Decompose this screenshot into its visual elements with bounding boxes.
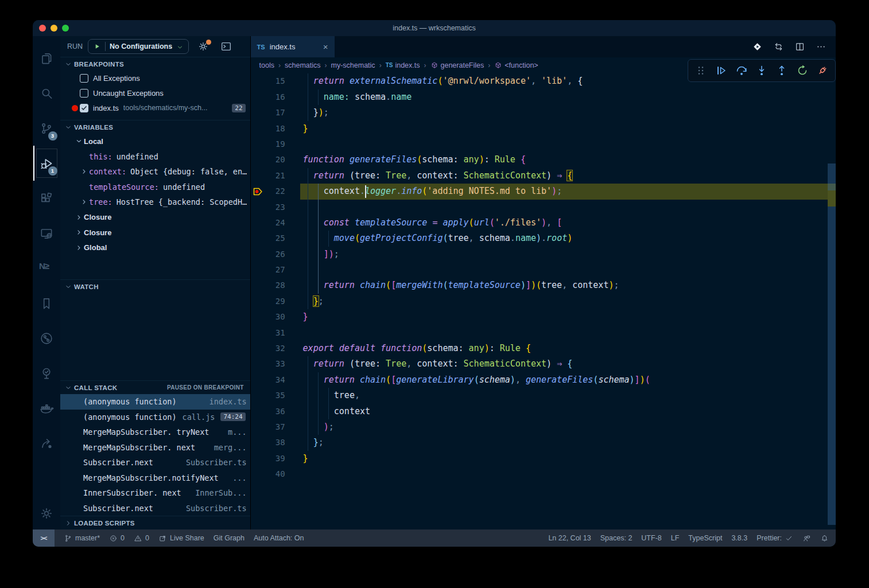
cursor-position[interactable]: Ln 22, Col 13 <box>548 534 591 542</box>
breadcrumb-item[interactable]: TSindex.ts <box>386 61 420 69</box>
code-line-21[interactable]: 21return (tree: Tree, context: Schematic… <box>251 168 828 184</box>
debug-settings-button[interactable] <box>197 41 209 52</box>
code-line-23[interactable]: 23 <box>251 200 828 215</box>
warnings[interactable]: 0 <box>134 534 149 543</box>
compare-changes[interactable] <box>773 41 784 52</box>
feedback[interactable] <box>802 534 811 543</box>
code-line-17[interactable]: 17}); <box>251 105 828 120</box>
code-line-22[interactable]: 22context.logger.info('adding NOTES.md t… <box>251 184 828 199</box>
call-stack-frame[interactable]: MergeMapSubscriber.notifyNext... <box>60 470 250 486</box>
notifications[interactable] <box>820 534 829 543</box>
code-line-19[interactable]: 19 <box>251 137 828 152</box>
breadcrumb-item[interactable]: tools <box>259 61 274 69</box>
scope-row[interactable]: Global <box>60 240 250 256</box>
breadcrumb-item[interactable]: generateFiles <box>430 61 484 69</box>
step-out-button[interactable] <box>775 64 789 77</box>
live-share[interactable]: Live Share <box>158 534 204 543</box>
activity-explorer[interactable] <box>33 41 60 76</box>
code-line-39[interactable]: 39} <box>251 451 828 466</box>
debug-console-button[interactable] <box>220 40 232 53</box>
continue-button[interactable] <box>714 64 728 77</box>
code-line-38[interactable]: 38}; <box>251 435 828 450</box>
breadcrumb-item[interactable]: my-schematic <box>331 61 375 69</box>
remote-indicator[interactable]: >< <box>33 529 55 547</box>
git-graph-status[interactable]: Git Graph <box>214 534 245 542</box>
titlebar[interactable]: index.ts — wrkschematics <box>33 20 836 36</box>
code-line-37[interactable]: 37); <box>251 419 828 435</box>
prettier[interactable]: Prettier: <box>757 534 793 543</box>
scope-row[interactable]: Closure <box>60 225 250 240</box>
breakpoint-row[interactable]: All Exceptions <box>60 71 250 85</box>
activity-bookmarks[interactable] <box>33 286 60 321</box>
breakpoint-checkbox[interactable] <box>80 74 88 83</box>
activity-search[interactable] <box>33 76 60 111</box>
call-stack-frame[interactable]: InnerSubscriber._nextInnerSub... <box>60 485 250 501</box>
activity-todo-tree[interactable] <box>33 356 60 391</box>
tab-close-icon[interactable]: × <box>323 42 328 52</box>
close-button[interactable] <box>39 25 46 32</box>
debug-config-dropdown[interactable]: No Configurations <box>88 39 189 54</box>
encoding[interactable]: UTF-8 <box>641 534 661 542</box>
activity-nx-console[interactable]: N≥ <box>33 251 60 286</box>
code-editor[interactable]: 14function generateLibrary(schema: any):… <box>251 73 836 529</box>
code-line-28[interactable]: 28return chain([mergeWith(templateSource… <box>251 278 828 293</box>
call-stack-frame[interactable]: MergeMapSubscriber._tryNextm... <box>60 425 250 440</box>
scope-row[interactable]: Closure <box>60 210 250 225</box>
indentation[interactable]: Spaces: 2 <box>600 534 633 542</box>
language-mode[interactable]: TypeScript <box>688 534 722 542</box>
variable-row[interactable]: context:Object {debug: false, en… <box>60 164 250 180</box>
variable-row[interactable]: templateSource:undefined <box>60 180 250 195</box>
activity-extensions[interactable] <box>33 181 60 216</box>
breakpoint-row[interactable]: index.tstools/schematics/my-sch...22 <box>60 100 250 115</box>
variables-header[interactable]: VARIABLES <box>60 120 250 134</box>
call-stack-header[interactable]: CALL STACK PAUSED ON BREAKPOINT <box>60 380 250 394</box>
activity-manage[interactable] <box>33 497 60 529</box>
breakpoint-checkbox[interactable] <box>80 89 88 98</box>
code-line-27[interactable]: 27 <box>251 262 828 278</box>
debug-diamond[interactable] <box>752 41 763 52</box>
breakpoint-row[interactable]: Uncaught Exceptions <box>60 85 250 100</box>
code-line-26[interactable]: 26]); <box>251 247 828 262</box>
editor-scrollbar[interactable] <box>828 163 836 525</box>
activity-remote-explorer[interactable] <box>33 216 60 251</box>
code-line-29[interactable]: 29}; <box>251 294 828 309</box>
call-stack-frame[interactable]: MergeMapSubscriber._nextmerg... <box>60 440 250 455</box>
split-editor[interactable] <box>794 41 805 52</box>
code-line-31[interactable]: 31 <box>251 325 828 341</box>
variable-row[interactable]: tree:HostTree {_backend: ScopedH… <box>60 194 250 210</box>
code-line-36[interactable]: 36context <box>251 404 828 419</box>
breadcrumb-item[interactable]: <function> <box>494 61 538 69</box>
code-line-25[interactable]: 25move(getProjectConfig(tree, schema.nam… <box>251 231 828 246</box>
activity-run-and-debug[interactable]: 1 <box>33 146 60 181</box>
disconnect-button[interactable] <box>816 64 829 77</box>
code-line-32[interactable]: 32export default function(schema: any): … <box>251 341 828 356</box>
call-stack-frame[interactable]: (anonymous function)index.ts <box>60 394 250 410</box>
code-line-35[interactable]: 35tree, <box>251 388 828 403</box>
auto-attach[interactable]: Auto Attach: On <box>254 534 304 542</box>
eol[interactable]: LF <box>671 534 680 542</box>
call-stack-frame[interactable]: Subscriber.nextSubscriber.ts <box>60 501 250 516</box>
errors[interactable]: 0 <box>109 534 125 543</box>
code-line-20[interactable]: 20function generateFiles(schema: any): R… <box>251 152 828 168</box>
activity-git-graph[interactable] <box>33 321 60 356</box>
minimize-button[interactable] <box>51 25 57 32</box>
step-over-button[interactable] <box>735 64 748 77</box>
code-line-33[interactable]: 33return (tree: Tree, context: Schematic… <box>251 356 828 372</box>
breakpoint-checkbox[interactable] <box>80 104 88 112</box>
breadcrumb-item[interactable]: schematics <box>285 61 321 69</box>
restart-button[interactable] <box>796 64 809 77</box>
variable-row[interactable]: this:undefined <box>60 149 250 165</box>
zoom-button[interactable] <box>62 25 69 32</box>
code-line-18[interactable]: 18} <box>251 121 828 137</box>
activity-source-control[interactable]: 3 <box>33 111 60 146</box>
breakpoint-current-line-icon[interactable] <box>252 186 263 197</box>
loaded-scripts-header[interactable]: LOADED SCRIPTS <box>60 516 250 529</box>
code-line-16[interactable]: 16name: schema.name <box>251 89 828 105</box>
scope-row[interactable]: Local <box>60 134 250 149</box>
code-line-24[interactable]: 24const templateSource = apply(url('./fi… <box>251 215 828 231</box>
step-into-button[interactable] <box>755 64 769 77</box>
call-stack-frame[interactable]: (anonymous function)call.js74:24 <box>60 410 250 425</box>
code-line-40[interactable]: 40 <box>251 466 828 482</box>
activity-docker[interactable] <box>33 391 60 426</box>
drag-handle[interactable] <box>694 64 708 77</box>
